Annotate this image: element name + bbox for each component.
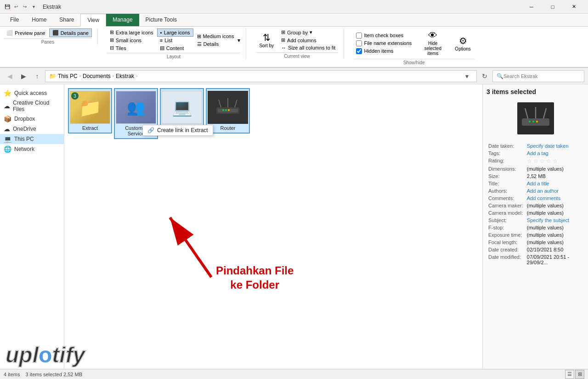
search-box: 🔍 [492, 70, 584, 82]
details-btn[interactable]: ☰ Details [194, 40, 237, 48]
sidebar-item-quick-access[interactable]: ⭐ Quick access [0, 88, 64, 98]
this-pc-icon: 💻 [4, 135, 11, 143]
breadcrumb-this-pc[interactable]: This PC [58, 73, 78, 79]
small-icons-btn[interactable]: ⊞ Small icons [107, 36, 156, 44]
close-button[interactable]: ✕ [563, 0, 584, 14]
file-name-extract: Extract [82, 125, 98, 131]
sidebar-item-network[interactable]: 🌐 Network [0, 144, 64, 154]
layout-label: Layout [107, 53, 241, 59]
layout-col1: ⊞ Extra large icons ⊞ Small icons ⊟ Tile… [107, 28, 156, 52]
size-all-btn[interactable]: ↔ Size all columns to fit [278, 44, 338, 51]
tiles-btn[interactable]: ⊟ Tiles [107, 44, 156, 52]
meta-size: Size: 2,52 MB [486, 173, 584, 180]
breadcrumb-ekstrak[interactable]: Ekstrak [116, 73, 134, 79]
up-button[interactable]: ↑ [31, 70, 43, 82]
camera-model-value: (multiple values) [525, 209, 584, 217]
tab-file[interactable]: File [4, 14, 25, 26]
svg-point-5 [222, 109, 224, 111]
quick-access-icon[interactable]: 💾 [4, 3, 11, 11]
meta-dimensions: Dimensions: (multiple values) [486, 165, 584, 173]
sort-by-btn[interactable]: ⇅ Sort by [255, 30, 277, 50]
breadcrumb[interactable]: 📁 This PC › Documents › Ekstrak › ▾ [45, 70, 477, 82]
large-icons-btn[interactable]: ▪ Large icons [157, 28, 193, 37]
annotation-text: Pindahkan File ke Folder [216, 263, 294, 292]
right-panel-preview [517, 100, 554, 137]
date-taken-value[interactable]: Specify date taken [525, 142, 584, 150]
tab-home[interactable]: Home [25, 14, 53, 26]
status-grid-view-btn[interactable]: ⊞ [575, 370, 584, 379]
details-pane-btn[interactable]: ⬛ Details pane [49, 28, 92, 37]
group-by-btn[interactable]: ⊞ Group by ▾ [278, 28, 338, 36]
tab-share[interactable]: Share [53, 14, 80, 26]
star3[interactable]: ☆ [540, 158, 545, 164]
svg-line-11 [525, 108, 528, 118]
subject-value[interactable]: Specify the subject [525, 217, 584, 224]
medium-icons-btn[interactable]: ⊞ Medium icons [194, 33, 237, 40]
file-item-extract[interactable]: 📁 3 Extract [68, 88, 112, 134]
tags-label: Tags: [486, 150, 525, 157]
minimize-button[interactable]: ─ [521, 0, 542, 14]
breadcrumb-documents[interactable]: Documents [83, 73, 111, 79]
tab-view[interactable]: View [80, 14, 106, 27]
tab-manage[interactable]: Manage [106, 14, 139, 26]
file-name-extensions-checkbox[interactable] [356, 40, 362, 46]
status-list-view-btn[interactable]: ☰ [565, 370, 574, 379]
svg-line-4 [235, 100, 237, 107]
undo-icon[interactable]: ↩ [12, 3, 20, 11]
tiles-icon: ⊟ [110, 45, 114, 51]
group-by-icon: ⊞ [281, 29, 285, 35]
meta-subject: Subject: Specify the subject [486, 217, 584, 224]
content-btn[interactable]: ▤ Content [157, 44, 193, 52]
sidebar-item-creative-cloud[interactable]: ☁ Creative Cloud Files [0, 98, 64, 114]
tab-picture-tools[interactable]: Picture Tools [139, 14, 183, 26]
breadcrumb-dropdown[interactable]: ▾ [461, 70, 473, 82]
sidebar-item-this-pc[interactable]: 💻 This PC [0, 134, 64, 144]
refresh-button[interactable]: ↻ [479, 70, 491, 82]
right-panel-header: 3 items selected [486, 88, 584, 95]
search-input[interactable] [503, 73, 580, 79]
extra-large-icon: ⊞ [110, 29, 114, 35]
list-btn[interactable]: ≡ List [157, 37, 193, 44]
hidden-items-checkbox[interactable] [356, 48, 362, 54]
star4[interactable]: ☆ [546, 158, 551, 164]
customer-service-icon: 👥 [127, 99, 145, 116]
title-value[interactable]: Add a title [525, 180, 584, 187]
options-btn[interactable]: ⚙ Options [451, 33, 474, 53]
preview-pane-btn[interactable]: ⬜ Preview pane [4, 29, 48, 37]
rating-stars: ☆ ☆ ☆ ☆ ☆ [525, 157, 584, 165]
star5[interactable]: ☆ [553, 158, 558, 164]
comments-value[interactable]: Add comments [525, 195, 584, 202]
size-label: Size: [486, 173, 525, 180]
dropdown-icon[interactable]: ▾ [30, 3, 37, 11]
layout-expand[interactable]: ▾ [237, 37, 240, 44]
focal-label: Focal length: [486, 239, 525, 246]
size-value: 2,52 MB [525, 173, 584, 180]
context-tooltip: 🔗 Create link in Extract [142, 125, 213, 136]
ribbon-group-panes: ⬜ Preview pane ⬛ Details pane Panes [4, 28, 98, 45]
authors-value[interactable]: Add an author [525, 187, 584, 195]
sidebar-item-dropbox[interactable]: 📦 Dropbox [0, 114, 64, 124]
item-check-boxes-checkbox[interactable] [356, 33, 362, 39]
forward-button[interactable]: ▶ [17, 70, 29, 82]
meta-date-created: Date created: 02/10/2021 8:50 [486, 246, 584, 253]
panes-items: ⬜ Preview pane ⬛ Details pane [4, 28, 92, 37]
meta-exposure: Exposure time: (multiple values) [486, 231, 584, 239]
svg-point-7 [228, 109, 230, 111]
item-check-boxes-btn[interactable]: Item check boxes [353, 32, 414, 39]
ribbon-group-layout: ⊞ Extra large icons ⊞ Small icons ⊟ Tile… [107, 28, 247, 59]
tags-value[interactable]: Add a tag [525, 150, 584, 157]
hide-selected-btn[interactable]: 👁 Hide selected items [415, 28, 450, 58]
back-button[interactable]: ◀ [4, 70, 16, 82]
sidebar-item-onedrive[interactable]: ☁ OneDrive [0, 124, 64, 134]
content-area: 📁 3 Extract 👥 Customer Service 💻 Laptop [64, 84, 482, 379]
add-columns-btn[interactable]: ⊞ Add columns [278, 36, 338, 44]
star1[interactable]: ☆ [527, 158, 532, 164]
maximize-button[interactable]: □ [542, 0, 563, 14]
extra-large-icons-btn[interactable]: ⊞ Extra large icons [107, 28, 156, 36]
redo-icon[interactable]: ↪ [21, 3, 28, 11]
file-name-extensions-btn[interactable]: File name extensions [353, 39, 414, 47]
file-thumb-customer-service: 👥 [116, 91, 156, 124]
hidden-items-btn[interactable]: Hidden items [353, 47, 414, 55]
svg-line-9 [170, 217, 211, 277]
star2[interactable]: ☆ [533, 158, 538, 164]
